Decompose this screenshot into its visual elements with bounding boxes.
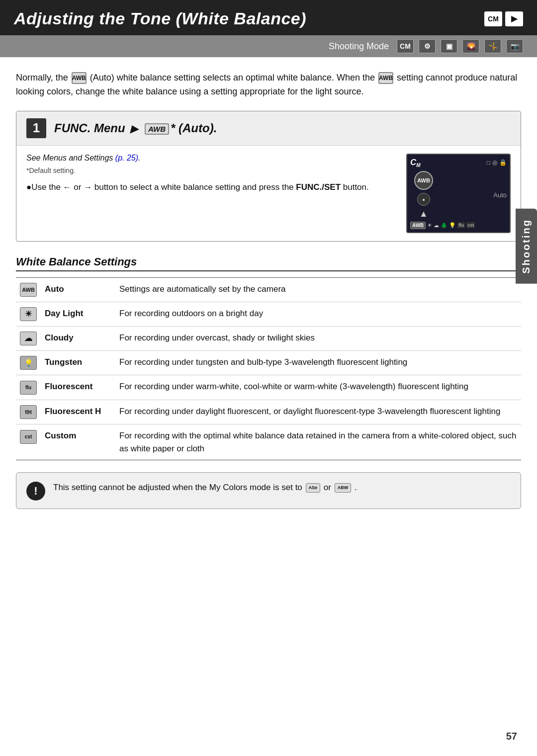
note-text1: This setting cannot be adjusted when the… [53, 483, 302, 492]
page-header: Adjusting the Tone (White Balance) CM ▶ [0, 0, 537, 35]
cam-awb-circle: AWB [414, 171, 433, 190]
table-row: flH Fluorescent H For recording under da… [16, 400, 521, 424]
cam-bottom-cloud: ☁ [434, 222, 439, 229]
note-text: This setting cannot be adjusted when the… [53, 481, 511, 494]
header-icon-cm: CM [484, 11, 502, 26]
mode-icon-5: 🤸 [484, 39, 501, 53]
setting-icon-auto: AWB [20, 283, 37, 297]
icon-cell-cloudy: ☁ [16, 327, 41, 351]
intro-paragraph: Normally, the AWB (Auto) white balance s… [16, 71, 521, 99]
step-text-col: See Menus and Settings (p. 25). *Default… [26, 154, 396, 233]
awb-icon-2: AWB [378, 72, 393, 84]
note-or: or [324, 483, 331, 492]
func-set-label: FUNC./SET [296, 182, 341, 192]
desc-cell-cloudy: For recording under overcast, shady or t… [115, 327, 521, 351]
desc-cell-tungsten: For recording under tungsten and bulb-ty… [115, 351, 521, 375]
icon-cell-custom: cst [16, 424, 41, 460]
step-1-box: 1 FUNC. Menu ▶ AWB* (Auto). See Menus an… [16, 111, 521, 242]
step-number: 1 [26, 118, 46, 138]
intro-text1: Normally, the [16, 73, 68, 83]
name-cell-custom: Custom [41, 424, 115, 460]
icon-cell-tungsten: 💡 [16, 351, 41, 375]
bullet-text: ●Use the ← or → button to select a white… [26, 180, 396, 194]
desc-cell-daylight: For recording outdoors on a bright day [115, 302, 521, 327]
icon-cell-daylight: ☀ [16, 302, 41, 327]
page-title: Adjusting the Tone (White Balance) [14, 9, 306, 28]
note-icon-bw: ABW [335, 483, 352, 492]
desc-cell-fluorescent: For recording under warm-white, cool-whi… [115, 375, 521, 400]
desc-cell-auto: Settings are automatically set by the ca… [115, 277, 521, 302]
note-icon-se: ASe [306, 483, 321, 492]
step-title: FUNC. Menu ▶ AWB* (Auto). [54, 121, 217, 135]
name-cell-auto: Auto [41, 277, 115, 302]
header-icons: CM ▶ [484, 11, 523, 26]
mode-icon-2: ⚙ [419, 39, 436, 53]
cam-bottom-custom: cst [466, 222, 475, 228]
cam-icon-square: □ [487, 159, 490, 166]
cam-auto-label: Auto [493, 191, 507, 199]
name-cell-daylight: Day Light [41, 302, 115, 327]
settings-table: AWB Auto Settings are automatically set … [16, 277, 521, 460]
step-header: 1 FUNC. Menu ▶ AWB* (Auto). [16, 111, 521, 146]
mode-icon-cm: CM [397, 39, 414, 53]
name-cell-cloudy: Cloudy [41, 327, 115, 351]
desc-cell-custom: For recording with the optimal white bal… [115, 424, 521, 460]
mode-icon-4: 🌄 [462, 39, 479, 53]
awb-icon-1: AWB [72, 72, 87, 84]
cam-icon-lock: 🔒 [499, 159, 507, 166]
cam-top-icons: □ ◎ 🔒 [487, 159, 507, 166]
note-box: ! This setting cannot be adjusted when t… [16, 472, 521, 509]
main-content: Normally, the AWB (Auto) white balance s… [0, 57, 537, 535]
camera-preview: CM □ ◎ 🔒 AWB ● ▲ [406, 154, 511, 233]
table-row: 💡 Tungsten For recording under tungsten … [16, 351, 521, 375]
cam-bottom-flu: flu [457, 222, 465, 228]
cam-bottom-awb: AWB [410, 222, 426, 229]
setting-icon-tungsten: 💡 [20, 356, 37, 370]
menus-link[interactable]: (p. 25) [115, 154, 138, 162]
setting-icon-cloudy: ☁ [20, 332, 37, 345]
mode-icon-3: ▣ [441, 39, 457, 53]
cam-icon-circle: ◎ [492, 159, 497, 166]
cam-top-bar: CM □ ◎ 🔒 [410, 158, 507, 168]
table-row: flu Fluorescent For recording under warm… [16, 375, 521, 400]
setting-icon-custom: cst [20, 430, 37, 444]
table-row: AWB Auto Settings are automatically set … [16, 277, 521, 302]
desc-cell-fluorescenth: For recording under daylight fluorescent… [115, 400, 521, 424]
mode-icon-6: 📷 [506, 39, 523, 53]
default-setting: *Default setting. [26, 167, 396, 174]
setting-icon-daylight: ☀ [20, 307, 37, 321]
side-tab: Shooting [516, 209, 537, 284]
shooting-mode-bar: Shooting Mode CM ⚙ ▣ 🌄 🤸 📷 [0, 35, 537, 57]
table-row: cst Custom For recording with the optima… [16, 424, 521, 460]
setting-icon-fluorescent: flu [20, 381, 37, 395]
note-icon: ! [26, 482, 45, 501]
page-number: 57 [506, 731, 517, 742]
cam-circle-icon: ● [417, 193, 430, 206]
name-cell-fluorescenth: Fluorescent H [41, 400, 115, 424]
cam-bottom-sun: ☀ [427, 222, 432, 229]
awb-badge: AWB [145, 123, 169, 135]
icon-cell-fluorescent: flu [16, 375, 41, 400]
cam-bottom-tree: 🌲 [441, 222, 448, 229]
header-icon-video: ▶ [505, 11, 523, 26]
cam-bottom-bar: AWB ☀ ☁ 🌲 💡 flu cst [410, 222, 507, 229]
cam-right-col: ● ▲ [417, 193, 430, 219]
note-text3: . [355, 483, 357, 492]
setting-icon-fluorescenth: flH [20, 405, 37, 419]
intro-text2: (Auto) white balance setting selects an … [90, 73, 377, 83]
icon-cell-fluorescenth: flH [16, 400, 41, 424]
icon-cell-auto: AWB [16, 277, 41, 302]
table-row: ☀ Day Light For recording outdoors on a … [16, 302, 521, 327]
name-cell-tungsten: Tungsten [41, 351, 115, 375]
step-body: See Menus and Settings (p. 25). *Default… [16, 146, 521, 241]
cam-cm-label: CM [410, 158, 421, 168]
shooting-mode-label: Shooting Mode [329, 41, 389, 52]
wb-section-title: White Balance Settings [16, 255, 521, 271]
name-cell-fluorescent: Fluorescent [41, 375, 115, 400]
table-row: ☁ Cloudy For recording under overcast, s… [16, 327, 521, 351]
cam-bottom-bulb: 💡 [449, 222, 456, 229]
cam-middle: AWB ● ▲ Auto [410, 171, 507, 220]
see-menus: See Menus and Settings (p. 25). [26, 154, 396, 163]
